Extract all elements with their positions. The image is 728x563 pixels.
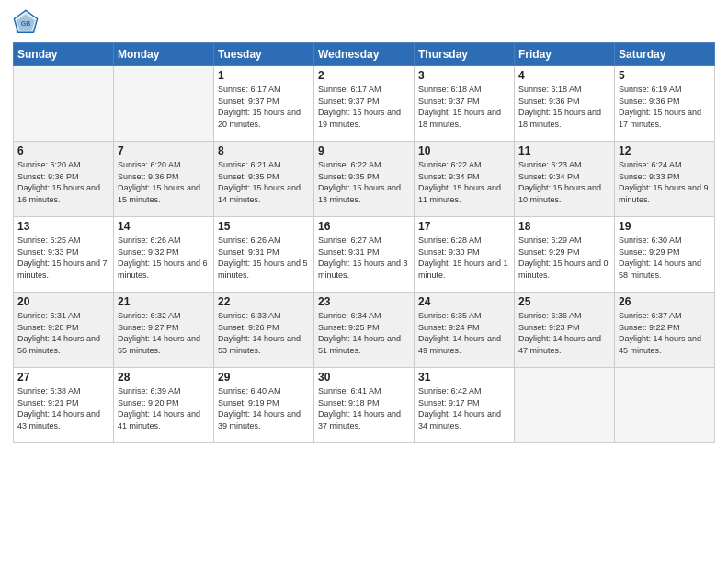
week-row-1: 1Sunrise: 6:17 AM Sunset: 9:37 PM Daylig… bbox=[14, 66, 715, 142]
day-number: 19 bbox=[619, 220, 711, 233]
day-number: 23 bbox=[318, 295, 410, 308]
week-row-4: 20Sunrise: 6:31 AM Sunset: 9:28 PM Dayli… bbox=[14, 293, 715, 368]
weekday-header-thursday: Thursday bbox=[415, 43, 515, 66]
day-info: Sunrise: 6:23 AM Sunset: 9:34 PM Dayligh… bbox=[518, 159, 610, 205]
day-info: Sunrise: 6:20 AM Sunset: 9:36 PM Dayligh… bbox=[17, 159, 109, 205]
header: GB bbox=[13, 9, 715, 35]
calendar-cell: 21Sunrise: 6:32 AM Sunset: 9:27 PM Dayli… bbox=[114, 293, 214, 368]
day-info: Sunrise: 6:31 AM Sunset: 9:28 PM Dayligh… bbox=[17, 310, 109, 356]
calendar-cell: 5Sunrise: 6:19 AM Sunset: 9:36 PM Daylig… bbox=[615, 66, 715, 142]
logo-icon: GB bbox=[13, 9, 39, 35]
calendar-cell: 3Sunrise: 6:18 AM Sunset: 9:37 PM Daylig… bbox=[415, 66, 515, 142]
calendar-cell: 8Sunrise: 6:21 AM Sunset: 9:35 PM Daylig… bbox=[214, 142, 314, 217]
day-info: Sunrise: 6:17 AM Sunset: 9:37 PM Dayligh… bbox=[318, 84, 410, 130]
day-info: Sunrise: 6:17 AM Sunset: 9:37 PM Dayligh… bbox=[218, 84, 310, 130]
calendar-cell: 2Sunrise: 6:17 AM Sunset: 9:37 PM Daylig… bbox=[314, 66, 415, 142]
day-info: Sunrise: 6:33 AM Sunset: 9:26 PM Dayligh… bbox=[218, 310, 310, 356]
day-info: Sunrise: 6:19 AM Sunset: 9:36 PM Dayligh… bbox=[619, 84, 711, 130]
calendar-cell: 24Sunrise: 6:35 AM Sunset: 9:24 PM Dayli… bbox=[415, 293, 515, 368]
day-info: Sunrise: 6:37 AM Sunset: 9:22 PM Dayligh… bbox=[619, 310, 711, 356]
calendar-cell: 11Sunrise: 6:23 AM Sunset: 9:34 PM Dayli… bbox=[515, 142, 615, 217]
calendar-cell: 4Sunrise: 6:18 AM Sunset: 9:36 PM Daylig… bbox=[515, 66, 615, 142]
day-info: Sunrise: 6:41 AM Sunset: 9:18 PM Dayligh… bbox=[318, 385, 410, 431]
calendar: SundayMondayTuesdayWednesdayThursdayFrid… bbox=[13, 42, 715, 443]
day-number: 17 bbox=[418, 220, 510, 233]
day-info: Sunrise: 6:38 AM Sunset: 9:21 PM Dayligh… bbox=[17, 385, 109, 431]
day-number: 26 bbox=[619, 295, 711, 308]
day-info: Sunrise: 6:28 AM Sunset: 9:30 PM Dayligh… bbox=[418, 235, 510, 281]
weekday-header-wednesday: Wednesday bbox=[314, 43, 415, 66]
day-number: 10 bbox=[418, 144, 510, 157]
day-number: 11 bbox=[518, 144, 610, 157]
day-number: 27 bbox=[17, 371, 109, 384]
day-info: Sunrise: 6:35 AM Sunset: 9:24 PM Dayligh… bbox=[418, 310, 510, 356]
calendar-cell: 6Sunrise: 6:20 AM Sunset: 9:36 PM Daylig… bbox=[14, 142, 114, 217]
day-info: Sunrise: 6:21 AM Sunset: 9:35 PM Dayligh… bbox=[218, 159, 310, 205]
logo: GB bbox=[13, 9, 42, 35]
weekday-header-monday: Monday bbox=[114, 43, 214, 66]
weekday-header-friday: Friday bbox=[515, 43, 615, 66]
calendar-cell: 10Sunrise: 6:22 AM Sunset: 9:34 PM Dayli… bbox=[415, 142, 515, 217]
day-number: 25 bbox=[518, 295, 610, 308]
day-number: 9 bbox=[318, 144, 410, 157]
day-info: Sunrise: 6:26 AM Sunset: 9:31 PM Dayligh… bbox=[218, 235, 310, 281]
calendar-cell: 25Sunrise: 6:36 AM Sunset: 9:23 PM Dayli… bbox=[515, 293, 615, 368]
calendar-cell: 31Sunrise: 6:42 AM Sunset: 9:17 PM Dayli… bbox=[415, 368, 515, 443]
day-number: 24 bbox=[418, 295, 510, 308]
day-info: Sunrise: 6:18 AM Sunset: 9:37 PM Dayligh… bbox=[418, 84, 510, 130]
calendar-cell: 27Sunrise: 6:38 AM Sunset: 9:21 PM Dayli… bbox=[14, 368, 114, 443]
day-info: Sunrise: 6:39 AM Sunset: 9:20 PM Dayligh… bbox=[118, 385, 210, 431]
day-number: 15 bbox=[218, 220, 310, 233]
calendar-cell: 20Sunrise: 6:31 AM Sunset: 9:28 PM Dayli… bbox=[14, 293, 114, 368]
day-number: 21 bbox=[118, 295, 210, 308]
calendar-cell: 13Sunrise: 6:25 AM Sunset: 9:33 PM Dayli… bbox=[14, 217, 114, 293]
day-number: 31 bbox=[418, 371, 510, 384]
day-number: 18 bbox=[518, 220, 610, 233]
day-info: Sunrise: 6:22 AM Sunset: 9:35 PM Dayligh… bbox=[318, 159, 410, 205]
day-number: 13 bbox=[17, 220, 109, 233]
day-number: 22 bbox=[218, 295, 310, 308]
day-number: 30 bbox=[318, 371, 410, 384]
svg-text:GB: GB bbox=[21, 20, 31, 27]
day-info: Sunrise: 6:20 AM Sunset: 9:36 PM Dayligh… bbox=[118, 159, 210, 205]
day-number: 7 bbox=[118, 144, 210, 157]
day-info: Sunrise: 6:34 AM Sunset: 9:25 PM Dayligh… bbox=[318, 310, 410, 356]
calendar-cell: 26Sunrise: 6:37 AM Sunset: 9:22 PM Dayli… bbox=[615, 293, 715, 368]
calendar-cell: 28Sunrise: 6:39 AM Sunset: 9:20 PM Dayli… bbox=[114, 368, 214, 443]
calendar-cell bbox=[114, 66, 214, 142]
calendar-cell bbox=[14, 66, 114, 142]
calendar-cell bbox=[515, 368, 615, 443]
calendar-cell: 18Sunrise: 6:29 AM Sunset: 9:29 PM Dayli… bbox=[515, 217, 615, 293]
day-number: 16 bbox=[318, 220, 410, 233]
week-row-3: 13Sunrise: 6:25 AM Sunset: 9:33 PM Dayli… bbox=[14, 217, 715, 293]
day-number: 4 bbox=[518, 69, 610, 82]
calendar-cell: 17Sunrise: 6:28 AM Sunset: 9:30 PM Dayli… bbox=[415, 217, 515, 293]
calendar-cell: 30Sunrise: 6:41 AM Sunset: 9:18 PM Dayli… bbox=[314, 368, 415, 443]
day-info: Sunrise: 6:24 AM Sunset: 9:33 PM Dayligh… bbox=[619, 159, 711, 205]
calendar-cell: 12Sunrise: 6:24 AM Sunset: 9:33 PM Dayli… bbox=[615, 142, 715, 217]
day-number: 3 bbox=[418, 69, 510, 82]
weekday-header-tuesday: Tuesday bbox=[214, 43, 314, 66]
weekday-header-sunday: Sunday bbox=[14, 43, 114, 66]
calendar-cell: 19Sunrise: 6:30 AM Sunset: 9:29 PM Dayli… bbox=[615, 217, 715, 293]
day-info: Sunrise: 6:18 AM Sunset: 9:36 PM Dayligh… bbox=[518, 84, 610, 130]
week-row-2: 6Sunrise: 6:20 AM Sunset: 9:36 PM Daylig… bbox=[14, 142, 715, 217]
day-number: 5 bbox=[619, 69, 711, 82]
day-info: Sunrise: 6:29 AM Sunset: 9:29 PM Dayligh… bbox=[518, 235, 610, 281]
page: GB SundayMondayTuesdayWednesdayThursdayF… bbox=[0, 0, 728, 563]
day-info: Sunrise: 6:26 AM Sunset: 9:32 PM Dayligh… bbox=[118, 235, 210, 281]
calendar-cell: 14Sunrise: 6:26 AM Sunset: 9:32 PM Dayli… bbox=[114, 217, 214, 293]
weekday-header-saturday: Saturday bbox=[615, 43, 715, 66]
day-info: Sunrise: 6:30 AM Sunset: 9:29 PM Dayligh… bbox=[619, 235, 711, 281]
day-number: 28 bbox=[118, 371, 210, 384]
calendar-cell: 16Sunrise: 6:27 AM Sunset: 9:31 PM Dayli… bbox=[314, 217, 415, 293]
day-number: 20 bbox=[17, 295, 109, 308]
calendar-cell: 29Sunrise: 6:40 AM Sunset: 9:19 PM Dayli… bbox=[214, 368, 314, 443]
calendar-cell bbox=[615, 368, 715, 443]
day-info: Sunrise: 6:36 AM Sunset: 9:23 PM Dayligh… bbox=[518, 310, 610, 356]
day-info: Sunrise: 6:42 AM Sunset: 9:17 PM Dayligh… bbox=[418, 385, 510, 431]
day-number: 29 bbox=[218, 371, 310, 384]
calendar-cell: 9Sunrise: 6:22 AM Sunset: 9:35 PM Daylig… bbox=[314, 142, 415, 217]
calendar-cell: 1Sunrise: 6:17 AM Sunset: 9:37 PM Daylig… bbox=[214, 66, 314, 142]
week-row-5: 27Sunrise: 6:38 AM Sunset: 9:21 PM Dayli… bbox=[14, 368, 715, 443]
